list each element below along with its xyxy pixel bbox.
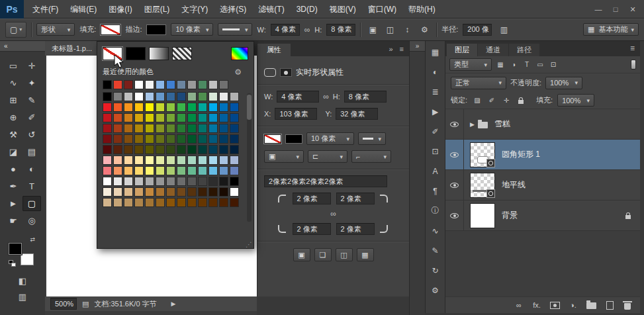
lasso-tool[interactable]: ∿	[4, 75, 23, 91]
color-swatch[interactable]	[113, 156, 122, 165]
move-tool[interactable]: ✛	[23, 58, 41, 73]
color-swatch[interactable]	[198, 198, 207, 207]
color-swatch[interactable]	[219, 198, 228, 207]
swap-colors-icon[interactable]: ⇄	[30, 236, 35, 243]
color-swatch[interactable]	[145, 124, 154, 133]
color-swatch[interactable]	[177, 134, 186, 144]
color-swatch[interactable]	[124, 124, 133, 133]
color-swatch[interactable]	[198, 156, 207, 165]
color-swatch[interactable]	[166, 92, 175, 101]
scrollbar-thumb[interactable]	[247, 95, 252, 120]
color-swatch[interactable]	[208, 187, 218, 197]
solid-color-button[interactable]	[126, 47, 146, 60]
color-swatch[interactable]	[208, 177, 218, 186]
stroke-color-swatch[interactable]	[146, 24, 166, 35]
color-swatch[interactable]	[177, 80, 186, 89]
tab-properties[interactable]: 属性	[257, 44, 291, 56]
healing-brush-tool[interactable]: ⊕	[4, 110, 23, 125]
scrollbar[interactable]	[247, 93, 252, 222]
lock-position-icon[interactable]: ✛	[501, 95, 512, 106]
color-swatch[interactable]	[177, 177, 186, 186]
layer-style-icon[interactable]: fx.	[532, 301, 541, 309]
color-swatch[interactable]	[230, 156, 239, 165]
color-swatch[interactable]	[103, 156, 112, 165]
visibility-toggle[interactable]	[445, 109, 464, 139]
filter-adjustment-layers-icon[interactable]: ◑	[508, 60, 519, 70]
tool-mode-select[interactable]: 形状	[36, 23, 75, 36]
shape-stroke-style-select[interactable]	[358, 132, 386, 145]
zoom-field[interactable]: 500%	[50, 298, 77, 310]
color-swatch[interactable]	[124, 156, 133, 165]
color-swatch[interactable]	[219, 134, 228, 144]
color-swatch[interactable]	[187, 92, 197, 101]
adjustment-layer-icon[interactable]: ◑.	[569, 301, 578, 309]
color-swatch[interactable]	[230, 92, 239, 101]
eyedropper-tool[interactable]: ✎	[23, 93, 41, 108]
layer-thumbnail[interactable]	[470, 142, 495, 167]
maximize-button[interactable]: □	[607, 0, 624, 19]
color-swatch[interactable]	[103, 113, 112, 122]
color-swatch[interactable]	[198, 124, 207, 133]
rectangular-marquee-tool[interactable]: ▭	[4, 58, 23, 73]
visibility-toggle[interactable]	[445, 140, 464, 169]
color-swatch[interactable]	[187, 134, 197, 144]
color-swatch[interactable]	[134, 80, 144, 89]
link-wh-icon[interactable]: ∞	[323, 92, 329, 101]
resize-grip[interactable]: ⋰	[246, 241, 252, 248]
color-swatch[interactable]	[166, 198, 175, 207]
color-swatch[interactable]	[198, 113, 207, 122]
color-swatch[interactable]	[166, 156, 175, 165]
new-layer-icon[interactable]	[605, 301, 614, 310]
menu-layer[interactable]: 图层(L)	[138, 0, 176, 19]
width-field[interactable]: 4 像素	[271, 24, 300, 36]
color-swatch[interactable]	[124, 145, 133, 154]
color-swatch[interactable]	[124, 166, 133, 175]
gear-icon[interactable]: ⚙	[234, 68, 242, 77]
stroke-align-select[interactable]: ▣	[264, 150, 304, 163]
visibility-toggle[interactable]	[445, 201, 464, 230]
color-swatch[interactable]	[145, 198, 154, 207]
delete-layer-icon[interactable]	[623, 301, 632, 310]
color-swatch[interactable]	[145, 92, 154, 101]
stroke-style-select[interactable]	[218, 23, 252, 36]
color-swatch[interactable]	[177, 156, 186, 165]
hand-tool[interactable]: ☛	[4, 213, 23, 228]
menu-image[interactable]: 图像(I)	[103, 0, 138, 19]
color-swatch[interactable]	[156, 166, 165, 175]
color-swatch[interactable]	[113, 92, 122, 101]
color-swatch[interactable]	[166, 187, 175, 197]
panel-menu-icon[interactable]: ≡	[630, 41, 635, 56]
color-swatch[interactable]	[156, 198, 165, 207]
mask-properties-icon[interactable]	[280, 68, 292, 77]
color-swatch[interactable]	[198, 187, 207, 197]
color-swatch[interactable]	[187, 113, 197, 122]
color-swatch[interactable]	[145, 156, 154, 165]
dodge-tool[interactable]: ◐	[23, 161, 41, 177]
lock-transparent-pixels-icon[interactable]: ▨	[472, 95, 483, 106]
color-swatch[interactable]	[208, 166, 218, 175]
color-swatch[interactable]	[187, 177, 197, 186]
color-swatch[interactable]	[198, 177, 207, 186]
stroke-caps-select[interactable]: ⊏	[308, 150, 347, 163]
actions-panel-icon[interactable]: ▶	[428, 105, 443, 118]
link-dimensions-icon[interactable]: ∞	[304, 25, 310, 34]
menu-edit[interactable]: 编辑(E)	[64, 0, 103, 19]
color-swatch[interactable]	[208, 103, 218, 112]
color-swatch[interactable]	[156, 80, 165, 89]
pattern-button[interactable]	[172, 47, 192, 60]
color-swatch[interactable]	[187, 187, 197, 197]
collapse-tools-button[interactable]: «	[0, 41, 45, 52]
layer-thumbnail[interactable]	[470, 203, 495, 228]
color-swatch[interactable]	[219, 187, 228, 197]
status-menu-arrow-icon[interactable]: ▶	[171, 300, 176, 307]
color-swatch[interactable]	[198, 103, 207, 112]
character-panel-icon[interactable]: A	[428, 164, 443, 178]
fill-color-swatch[interactable]	[101, 24, 120, 35]
radius-field[interactable]: 200 像	[463, 24, 492, 36]
history-brush-tool[interactable]: ↺	[23, 127, 41, 142]
color-swatch[interactable]	[156, 113, 165, 122]
menu-window[interactable]: 窗口(W)	[362, 0, 402, 19]
color-swatch[interactable]	[198, 92, 207, 101]
color-swatch[interactable]	[103, 145, 112, 154]
swatches-panel-icon[interactable]: ▦	[428, 45, 443, 59]
